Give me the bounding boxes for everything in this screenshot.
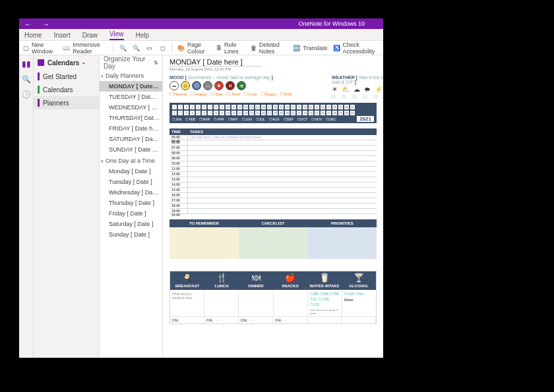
nav-rail: ▮▮ 🔍 🕓 [19, 55, 34, 358]
menu-home[interactable]: Home [24, 30, 42, 40]
section-item[interactable]: Calendars [34, 83, 99, 96]
ribbon: ▢New Window 📖Immersive Reader 🔍 🔍 ▭ ◻ 🎨P… [19, 41, 383, 55]
rule-lines-button[interactable]: ≣Rule Lines [216, 42, 245, 55]
paint-icon: 🎨 [177, 44, 185, 52]
zoom-out-icon[interactable]: 🔍 [119, 44, 127, 52]
section-item[interactable]: Planners [34, 96, 99, 109]
page-item[interactable]: Saturday [ Date ] [100, 219, 162, 229]
reader-icon: 📖 [63, 44, 70, 52]
weather-label: WEATHER [ Was it hot or cold & C/F ] [332, 75, 383, 84]
weather-checkboxes[interactable] [332, 94, 383, 99]
immersive-reader-button[interactable]: 📖Immersive Reader [63, 42, 108, 55]
search-icon[interactable]: 🔍 [22, 75, 31, 84]
menu-bar: Home Insert Draw View Help [19, 29, 383, 41]
forward-icon[interactable]: → [43, 20, 49, 28]
weather-icons[interactable]: ☀⛅☁🌧⚡❄ [332, 86, 383, 93]
title-bar: ← → OneNote for Windows 10 [19, 18, 383, 29]
page-item[interactable]: Monday [ Date ] [100, 166, 162, 177]
schedule-table[interactable]: TIMETASKS 05:00 - 06:00List your tasks, … [169, 128, 377, 214]
lines-icon: ≣ [216, 44, 222, 52]
page-item[interactable]: WEDNESDAY [ Date... [100, 102, 162, 113]
page-item[interactable]: Thursday [ Date ] [100, 198, 162, 208]
page-canvas[interactable]: MONDAY [ Date here ] Monday, 23 August 2… [163, 55, 383, 358]
year-label: 2021 [357, 116, 374, 122]
page-item[interactable]: Sunday [ Date ] [100, 229, 162, 240]
recent-icon[interactable]: 🕓 [22, 90, 31, 99]
notebooks-icon[interactable]: ▮▮ [22, 59, 31, 69]
page-group[interactable]: Daily Planners [100, 70, 162, 81]
page-item[interactable]: Friday [ Date ] [100, 208, 162, 219]
trash-icon: 🗑 [251, 44, 257, 52]
deleted-notes-button[interactable]: 🗑Deleted Notes [251, 42, 288, 55]
window-icon: ▢ [23, 44, 29, 52]
page-item[interactable]: MONDAY [ Date her... [100, 81, 162, 92]
pages-panel: Organize Your Day⇅ Daily PlannersMONDAY … [100, 55, 163, 358]
menu-draw[interactable]: Draw [82, 30, 98, 40]
menu-help[interactable]: Help [136, 30, 150, 40]
section-item[interactable]: Get Started [34, 70, 99, 83]
fit-icon[interactable]: ◻ [158, 44, 166, 52]
accessibility-icon: ♿ [333, 44, 340, 52]
page-width-icon[interactable]: ▭ [145, 44, 153, 52]
mood-faces[interactable]: •• ☺ ☹ – ♥ ✕ ☣ [169, 81, 292, 90]
three-panel[interactable]: TO REMEMBER CHECKLIST PRIORITIES [169, 219, 377, 259]
sort-icon[interactable]: ⇅ [154, 60, 158, 66]
page-item[interactable]: SUNDAY [ Date here ] [100, 144, 162, 155]
translate-icon: 🔤 [292, 44, 300, 52]
menu-view[interactable]: View [109, 29, 124, 40]
mood-checkboxes[interactable]: NeutralHappySadTiredLoveAngrySick [169, 92, 292, 97]
calendar-strip[interactable]: 1234567891011121314151617181920212223242… [169, 103, 377, 123]
page-item[interactable]: Wednesday [ Date ] [100, 187, 162, 198]
mood-label: MOOD [ Summarize – Good, bad or average … [169, 75, 292, 80]
section-title: Organize Your Day [104, 55, 154, 70]
page-date: Monday, 23 August 2021 12:25 PM [169, 67, 377, 71]
app-title: OneNote for Windows 10 [49, 20, 378, 27]
back-icon[interactable]: ← [24, 20, 31, 28]
notebook-dropdown[interactable]: Calendars⌄ [34, 55, 99, 70]
meals-tracker[interactable]: 🍳BREAKFAST🍴LUNCH🍽DINNER🍎SNACKS🥛WATER INT… [169, 271, 377, 324]
menu-insert[interactable]: Insert [54, 30, 71, 40]
translate-button[interactable]: 🔤Translate [292, 44, 327, 52]
zoom-in-icon[interactable]: 🔍 [132, 44, 140, 52]
new-window-button[interactable]: ▢New Window [23, 42, 57, 55]
page-item[interactable]: Tuesday [ Date ] [100, 177, 162, 187]
page-colour-button[interactable]: 🎨Page Colour [177, 42, 210, 55]
page-item[interactable]: TUESDAY [ Date her... [100, 92, 162, 102]
page-title[interactable]: MONDAY [ Date here ] [169, 58, 262, 67]
page-group[interactable]: One Day at a Time [100, 155, 162, 166]
page-item[interactable]: THURSDAY[ Date he... [100, 113, 162, 123]
page-item[interactable]: FRIDAY [ Date here ] [100, 123, 162, 134]
notebook-panel: Calendars⌄ Get StartedCalendarsPlanners [34, 55, 100, 358]
page-item[interactable]: SATURDAY [ Date h... [100, 134, 162, 144]
accessibility-button[interactable]: ♿Check Accessibility [333, 42, 379, 55]
